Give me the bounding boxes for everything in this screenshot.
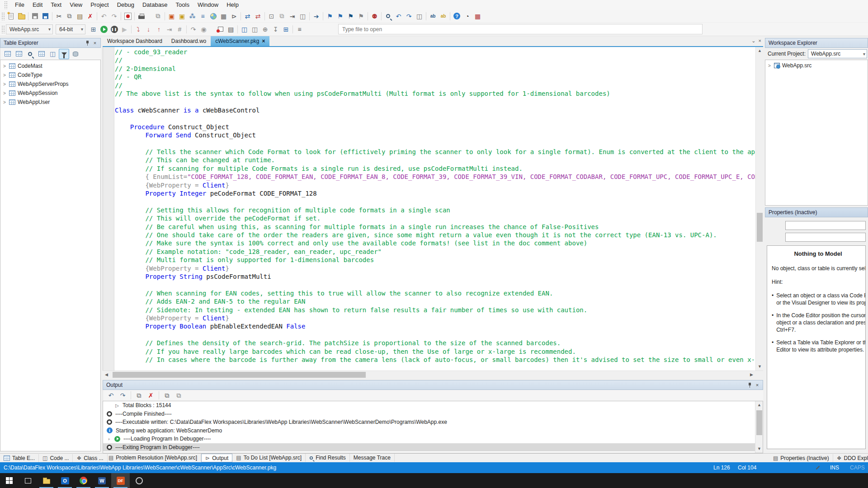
breakpoint-person-icon[interactable]: ⚉ <box>369 11 380 21</box>
output-vertical-scrollbar[interactable]: ▲ ▼ <box>755 401 763 453</box>
table-tree-item-webappuser[interactable]: >WebAppUser <box>0 98 100 107</box>
bottom-tab-class-[interactable]: ❖Class ... <box>73 454 107 462</box>
find-icon[interactable] <box>383 11 393 21</box>
properties-class-combo[interactable] <box>785 233 866 242</box>
output-copy-all-icon[interactable]: ⧉ <box>162 390 172 401</box>
menu-database[interactable]: Database <box>138 1 172 8</box>
scroll-down-icon[interactable]: ▼ <box>756 363 763 371</box>
menu-edit[interactable]: Edit <box>28 1 47 8</box>
scrollbar-thumb[interactable] <box>113 372 366 378</box>
compile-icon[interactable]: ⊞ <box>88 24 99 34</box>
replace-all-icon[interactable]: ab <box>438 11 448 21</box>
menu-view[interactable]: View <box>66 1 86 8</box>
cut-icon[interactable]: ✂ <box>54 11 64 21</box>
table-tree-item-codemast[interactable]: >CodeMast <box>0 61 100 70</box>
new-file-icon[interactable] <box>6 11 16 21</box>
table-tree-item-webappserverprops[interactable]: >WebAppServerProps <box>0 80 100 89</box>
web-object-icon[interactable] <box>208 11 218 21</box>
web-preview-icon[interactable]: ◫ <box>250 24 260 34</box>
step-into-icon[interactable]: ⤵ <box>133 24 143 34</box>
output-prev-icon[interactable]: ↶ <box>106 390 116 401</box>
table-relations-icon[interactable]: ◫ <box>47 49 58 59</box>
pin-icon[interactable] <box>746 381 754 389</box>
menu-tools[interactable]: Tools <box>172 1 193 8</box>
scroll-up-icon[interactable]: ▲ <box>756 47 763 55</box>
expand-icon[interactable]: ▷ <box>115 403 119 408</box>
step-over-icon[interactable]: ↓ <box>143 24 154 34</box>
bookmark-toggle-icon[interactable]: ⚑ <box>345 11 356 21</box>
tab-dashboard-wo[interactable]: Dashboard.wo <box>167 36 211 46</box>
open-file-icon[interactable] <box>16 11 27 21</box>
scroll-down-icon[interactable]: ▼ <box>755 445 763 453</box>
bookmark-prev-icon[interactable]: ⚑ <box>325 11 335 21</box>
output-next-icon[interactable]: ↷ <box>118 390 128 401</box>
bottom-tab-properties-inactive-[interactable]: ▤Properties (Inactive) <box>769 454 833 462</box>
chevron-right-icon[interactable]: > <box>3 64 7 69</box>
architecture-combo[interactable]: 64-bit▾ <box>56 24 85 34</box>
redo-icon[interactable]: ↷ <box>109 11 119 21</box>
current-project-combo[interactable]: WebApp.src ▾ <box>808 49 867 58</box>
copy-special-icon[interactable]: ⧉ <box>153 11 163 21</box>
set-next-statement-icon[interactable]: # <box>175 24 185 34</box>
replace-icon[interactable]: ab <box>428 11 438 21</box>
new-table-icon[interactable] <box>2 49 13 59</box>
new-project-icon[interactable]: ▣ <box>166 11 177 21</box>
project-combo[interactable]: WebApp.src▾ <box>6 24 53 34</box>
workspace-root-item[interactable]: > WebApp.src <box>765 60 868 69</box>
toggle-breakpoint-icon[interactable] <box>215 24 226 34</box>
tab-list-chevron-icon[interactable]: ⌄ <box>751 38 755 44</box>
bottom-tab-problem-resolution-webapp-src-[interactable]: ▤Problem Resolution [WebApp.src] <box>105 454 201 462</box>
table-tree-item-codetype[interactable]: >CodeType <box>0 70 100 80</box>
table-tree-item-webappsession[interactable]: >WebAppSession <box>0 89 100 98</box>
clipboard-window-icon[interactable]: ⧉ <box>277 11 287 21</box>
performance-icon[interactable]: ◔ <box>462 11 472 21</box>
object-browser-icon[interactable]: ⁂ <box>187 11 198 21</box>
menu-debug[interactable]: Debug <box>113 1 138 8</box>
download-icon[interactable]: ↧ <box>270 24 281 34</box>
record-macro-icon[interactable] <box>123 11 133 21</box>
dataflex-icon[interactable]: DF <box>111 473 130 488</box>
bookmark-clear-icon[interactable]: ⚑ <box>356 11 366 21</box>
bottom-tab-message-trace[interactable]: Message Trace <box>350 454 395 462</box>
pause-icon[interactable]: ❚❚ <box>109 24 119 34</box>
task-view-button[interactable] <box>19 473 37 488</box>
find-table-icon[interactable] <box>25 49 35 59</box>
switch-source-icon[interactable]: ⇄ <box>253 11 263 21</box>
goto-definition-icon[interactable]: ➔ <box>311 11 321 21</box>
tab-close-icon[interactable]: × <box>759 38 761 44</box>
undo-icon[interactable]: ↶ <box>99 11 109 21</box>
outline-icon[interactable]: ≡ <box>294 24 305 34</box>
bottom-tab-ddo-explorer[interactable]: ❖DDO Explorer <box>833 454 868 462</box>
editor-horizontal-scrollbar[interactable]: ◀ ▶ <box>103 371 763 378</box>
step-out-icon[interactable]: ↑ <box>154 24 164 34</box>
chevron-right-icon[interactable]: > <box>768 63 772 68</box>
output-row[interactable]: ----Compile Finished---- <box>103 410 763 418</box>
run-to-cursor-icon[interactable]: ⇥ <box>164 24 175 34</box>
chevron-right-icon[interactable]: › <box>107 436 111 441</box>
webapp-server-icon[interactable]: ⊕ <box>260 24 270 34</box>
bottom-tab-find-results[interactable]: Find Results <box>306 454 350 462</box>
step-icon[interactable]: ▶ <box>119 24 130 34</box>
output-row[interactable]: ----Exiting Program In Debugger---- <box>103 443 763 452</box>
output-row[interactable]: ▷Total Blocks : 15144 <box>103 401 763 410</box>
new-view-icon[interactable]: ▣ <box>177 11 187 21</box>
menu-text[interactable]: Text <box>47 1 66 8</box>
delete-icon[interactable]: ✗ <box>85 11 95 21</box>
table-viewer-icon[interactable]: ⊞ <box>281 24 291 34</box>
chevron-right-icon[interactable]: > <box>3 73 7 78</box>
output-copy-selected-icon[interactable]: ⧉ <box>174 390 184 401</box>
bottom-tab-table-e-[interactable]: Table E... <box>0 454 39 462</box>
close-icon[interactable]: × <box>754 381 761 389</box>
restart-icon[interactable]: ↷ <box>188 24 198 34</box>
chevron-right-icon[interactable]: > <box>3 82 7 87</box>
save-all-icon[interactable] <box>40 11 51 21</box>
table-lookup-icon[interactable]: ▦ <box>218 11 229 21</box>
filter-icon[interactable] <box>59 49 69 59</box>
output-clear-icon[interactable]: ✗ <box>146 390 156 401</box>
bookmark-next-icon[interactable]: ⚑ <box>335 11 345 21</box>
menu-file[interactable]: File <box>11 1 28 8</box>
copy-icon[interactable]: ⧉ <box>64 11 75 21</box>
edit-table-icon[interactable] <box>14 49 24 59</box>
code-editor[interactable]: // - code_93_reader//// 2-Dimensional// … <box>103 47 763 371</box>
code-insight-icon[interactable]: ⊡ <box>266 11 277 21</box>
